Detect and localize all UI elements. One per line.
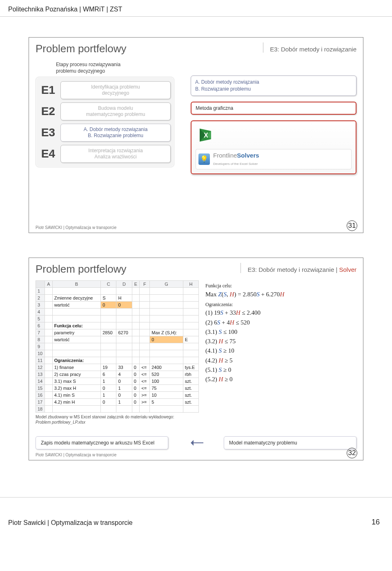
cell: >= xyxy=(140,399,150,406)
cell: 33 xyxy=(116,364,132,371)
cell xyxy=(132,295,140,302)
cell xyxy=(101,350,116,357)
cell xyxy=(45,378,53,385)
cell xyxy=(52,350,101,357)
constraint-line: (4.1) S ≥ 10 xyxy=(205,346,356,355)
cell xyxy=(116,322,132,329)
cell xyxy=(140,357,150,364)
cell xyxy=(140,343,150,350)
cell xyxy=(132,322,140,329)
fn-plus: + 6.270 xyxy=(260,291,280,298)
cell: Max Z (S,H): xyxy=(150,329,183,336)
slide32-subtitle: E3: Dobór metody i rozwiązanie | Solver xyxy=(241,263,356,273)
arrow-left-icon xyxy=(189,440,203,445)
constraints-lines: (1) 19S + 33H ≤ 2.400(2) 6S + 4H ≤ 520(3… xyxy=(205,308,356,384)
cell xyxy=(183,350,198,357)
lightbulb-icon: 💡 xyxy=(198,153,210,165)
cell xyxy=(150,309,183,315)
etapa-number: E3 xyxy=(39,126,57,139)
cell xyxy=(116,357,132,364)
cell xyxy=(132,350,140,357)
cell xyxy=(116,288,132,295)
row-number: 8 xyxy=(36,336,45,343)
row-number: 4 xyxy=(36,309,45,315)
cell xyxy=(45,322,53,329)
etapa-number: E2 xyxy=(39,105,57,118)
cell: <= xyxy=(140,371,150,378)
sheet-corner xyxy=(36,281,45,288)
row-number: 7 xyxy=(36,329,45,336)
etapy-caption: Etapy procesu rozwiązywania problemu dec… xyxy=(56,62,174,74)
constraints-label: Ograniczenia: xyxy=(205,301,356,309)
cell: 0 xyxy=(116,302,132,309)
cell xyxy=(132,406,140,413)
slide31-number: 31 xyxy=(347,220,357,231)
slides-container: Problem portfelowy E3: Dobór metody i ro… xyxy=(0,17,392,497)
row-number: 1 xyxy=(36,288,45,295)
etapy-caption-l1: Etapy procesu rozwiązywania xyxy=(56,62,120,67)
cell: <= xyxy=(140,364,150,371)
cell: 4.1) min S xyxy=(52,392,101,399)
etapy-panel: E1Identyfikacja problemudecyzyjnegoE2Bud… xyxy=(36,77,174,167)
cell xyxy=(150,295,183,302)
cell: 2850 xyxy=(101,329,116,336)
cell: 6 xyxy=(101,371,116,378)
cell: 0 xyxy=(101,302,116,309)
frontline-word1: Frontline xyxy=(213,152,237,159)
col-header: E xyxy=(132,281,140,288)
cell: 0 xyxy=(132,364,140,371)
etapa-number: E4 xyxy=(39,147,57,160)
slide31-footer-text: Piotr SAWICKI | Optymalizacja w transpor… xyxy=(36,225,116,230)
col-header: A xyxy=(45,281,53,288)
slide31-subtitle: E3: Dobór metody i rozwiązanie xyxy=(263,42,356,53)
cell: 75 xyxy=(150,385,183,392)
cell xyxy=(116,343,132,350)
footer-author: Piotr Sawicki | Optymalizacja w transpor… xyxy=(8,519,133,527)
cell xyxy=(101,406,116,413)
cell xyxy=(132,302,140,309)
cell xyxy=(45,288,53,295)
row-number: 6 xyxy=(36,322,45,329)
cell: 5 xyxy=(150,399,183,406)
cell xyxy=(132,357,140,364)
cell xyxy=(183,343,198,350)
cell xyxy=(45,364,53,371)
cell xyxy=(140,350,150,357)
cell xyxy=(101,336,116,343)
cell: <= xyxy=(140,378,150,385)
svg-text:X: X xyxy=(204,132,208,139)
row-number: 3 xyxy=(36,302,45,309)
cell: 3.2) max H xyxy=(52,385,101,392)
cell: 1 xyxy=(116,385,132,392)
card-left: Zapis modelu matematycznego w arkuszu MS… xyxy=(36,436,168,449)
page-footer: Piotr Sawicki | Optymalizacja w transpor… xyxy=(0,497,392,535)
fn-arg-h: H xyxy=(230,291,234,298)
cell xyxy=(45,315,53,322)
cell xyxy=(52,309,101,315)
cell: 3.1) max S xyxy=(52,378,101,385)
cell xyxy=(52,288,101,295)
fn-coef-h: H xyxy=(280,291,284,298)
cell xyxy=(183,357,198,364)
fn-eq: ) = 2.850 xyxy=(234,291,256,298)
cell xyxy=(140,302,150,309)
constraint-line: (5.2) H ≥ 0 xyxy=(205,375,356,384)
cell xyxy=(45,392,53,399)
card-right: Model matematyczny problemu xyxy=(224,436,356,449)
col-header: B xyxy=(52,281,101,288)
row-number: 13 xyxy=(36,371,45,378)
cell xyxy=(183,295,198,302)
objective-function: Max Z(S, H) = 2.850S + 6.270H xyxy=(205,290,356,299)
cell: Ograniczenia: xyxy=(52,357,101,364)
slide32-number: 32 xyxy=(347,448,357,458)
cell xyxy=(45,371,53,378)
cell xyxy=(101,343,116,350)
cell xyxy=(150,406,183,413)
cell: rbh xyxy=(183,371,198,378)
model-note-filename: Problem portfelowy_LP.xlsx xyxy=(36,420,85,424)
col-header: H xyxy=(183,281,198,288)
cell xyxy=(183,302,198,309)
cell xyxy=(140,336,150,343)
etapy-caption-l2: problemu decyzyjnego xyxy=(56,68,105,74)
constraint-line: (1) 19S + 33H ≤ 2.400 xyxy=(205,308,356,318)
